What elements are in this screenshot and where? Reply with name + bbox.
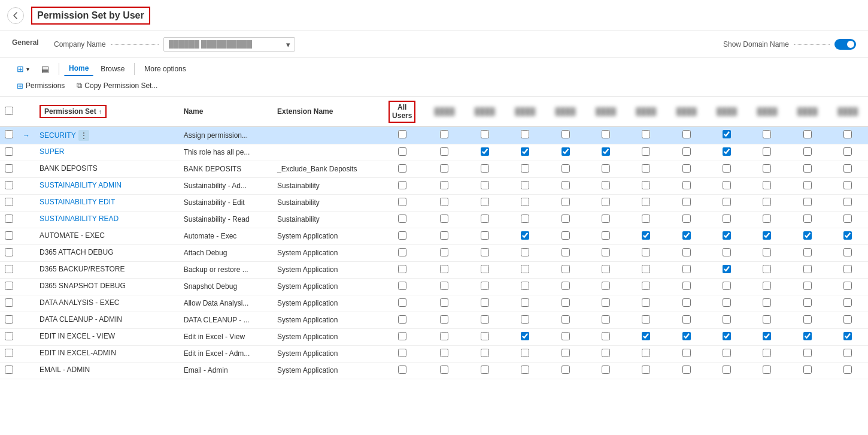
row-checkbox[interactable] [5, 332, 13, 340]
permissions-button[interactable]: ⊞ Permissions [12, 79, 69, 93]
user-6-checkbox[interactable] [642, 265, 650, 273]
tab-home[interactable]: Home [64, 62, 93, 76]
user-9-checkbox[interactable] [763, 164, 771, 173]
user-10-checkbox[interactable] [803, 265, 812, 273]
user-1-checkbox[interactable] [440, 164, 448, 173]
user-4-checkbox[interactable] [562, 282, 570, 290]
user-8-checkbox[interactable] [723, 332, 731, 340]
row-checkbox[interactable] [5, 231, 13, 240]
user-9-checkbox[interactable] [763, 248, 771, 256]
copy-permission-button[interactable]: ⧉ Copy Permission Set... [72, 78, 162, 93]
user-8-checkbox[interactable] [723, 215, 731, 223]
row-checkbox[interactable] [5, 265, 13, 273]
user-11-checkbox[interactable] [843, 198, 852, 206]
user-5-checkbox[interactable] [602, 147, 610, 156]
permission-set-value[interactable]: SUSTAINABILITY ADMIN [40, 181, 122, 189]
user-2-checkbox[interactable] [481, 198, 489, 206]
tab-browse[interactable]: Browse [96, 62, 129, 75]
header-permission-set[interactable]: Permission Set ↑ [35, 97, 179, 126]
user-11-checkbox[interactable] [843, 315, 852, 324]
icon-grid-button[interactable]: ⊞ ▾ [12, 62, 34, 76]
user-1-checkbox[interactable] [440, 181, 448, 189]
user-2-checkbox[interactable] [481, 282, 489, 290]
user-7-checkbox[interactable] [682, 349, 691, 357]
user-5-checkbox[interactable] [602, 198, 610, 206]
user-9-checkbox[interactable] [763, 282, 771, 290]
user-1-checkbox[interactable] [440, 265, 448, 273]
user-6-checkbox[interactable] [642, 332, 650, 340]
user-6-checkbox[interactable] [642, 282, 650, 290]
all-users-checkbox[interactable] [398, 231, 406, 240]
user-8-checkbox[interactable] [723, 265, 731, 273]
user-5-checkbox[interactable] [602, 265, 610, 273]
user-2-checkbox[interactable] [481, 315, 489, 324]
user-10-checkbox[interactable] [803, 215, 812, 223]
user-11-checkbox[interactable] [843, 248, 852, 256]
user-7-checkbox[interactable] [682, 265, 691, 273]
header-name[interactable]: Name [179, 97, 272, 126]
user-1-checkbox[interactable] [440, 215, 448, 223]
user-4-checkbox[interactable] [562, 215, 570, 223]
user-9-checkbox[interactable] [763, 298, 771, 307]
user-3-checkbox[interactable] [521, 349, 529, 357]
user-7-checkbox[interactable] [682, 164, 691, 173]
user-10-checkbox[interactable] [803, 365, 812, 374]
user-8-checkbox[interactable] [723, 349, 731, 357]
all-users-checkbox[interactable] [398, 332, 406, 340]
user-10-checkbox[interactable] [803, 315, 812, 324]
user-8-checkbox[interactable] [723, 298, 731, 307]
row-checkbox[interactable] [5, 198, 13, 206]
permission-set-value[interactable]: SUSTAINABILITY READ [40, 215, 119, 223]
row-checkbox[interactable] [5, 130, 13, 138]
user-3-checkbox[interactable] [521, 282, 529, 290]
user-11-checkbox[interactable] [843, 147, 852, 156]
user-6-checkbox[interactable] [642, 349, 650, 357]
row-checkbox[interactable] [5, 181, 13, 189]
user-1-checkbox[interactable] [440, 231, 448, 240]
user-7-checkbox[interactable] [682, 231, 691, 240]
user-9-checkbox[interactable] [763, 231, 771, 240]
user-2-checkbox[interactable] [481, 298, 489, 307]
user-11-checkbox[interactable] [843, 215, 852, 223]
user-3-checkbox[interactable] [521, 298, 529, 307]
user-3-checkbox[interactable] [521, 130, 529, 138]
row-checkbox[interactable] [5, 248, 13, 256]
row-checkbox[interactable] [5, 349, 13, 357]
user-11-checkbox[interactable] [843, 298, 852, 307]
user-3-checkbox[interactable] [521, 181, 529, 189]
user-6-checkbox[interactable] [642, 231, 650, 240]
user-5-checkbox[interactable] [602, 332, 610, 340]
user-6-checkbox[interactable] [642, 147, 650, 156]
user-2-checkbox[interactable] [481, 265, 489, 273]
permission-set-value[interactable]: SUPER [40, 147, 64, 156]
all-users-checkbox[interactable] [398, 365, 406, 374]
user-1-checkbox[interactable] [440, 130, 448, 138]
user-10-checkbox[interactable] [803, 198, 812, 206]
user-10-checkbox[interactable] [803, 147, 812, 156]
all-users-checkbox[interactable] [398, 215, 406, 223]
user-10-checkbox[interactable] [803, 231, 812, 240]
row-checkbox[interactable] [5, 164, 13, 173]
user-4-checkbox[interactable] [562, 198, 570, 206]
header-extension-name[interactable]: Extension Name [272, 97, 380, 126]
all-users-checkbox[interactable] [398, 130, 406, 138]
user-3-checkbox[interactable] [521, 332, 529, 340]
user-5-checkbox[interactable] [602, 231, 610, 240]
user-8-checkbox[interactable] [723, 130, 731, 138]
user-4-checkbox[interactable] [562, 349, 570, 357]
user-9-checkbox[interactable] [763, 181, 771, 189]
header-all-users[interactable]: All Users [380, 97, 424, 126]
user-7-checkbox[interactable] [682, 215, 691, 223]
user-11-checkbox[interactable] [843, 282, 852, 290]
more-options-button[interactable]: More options [139, 62, 190, 75]
all-users-checkbox[interactable] [398, 349, 406, 357]
user-2-checkbox[interactable] [481, 181, 489, 189]
user-2-checkbox[interactable] [481, 365, 489, 374]
select-all-checkbox[interactable] [5, 107, 13, 115]
user-1-checkbox[interactable] [440, 198, 448, 206]
user-6-checkbox[interactable] [642, 215, 650, 223]
user-4-checkbox[interactable] [562, 130, 570, 138]
user-9-checkbox[interactable] [763, 265, 771, 273]
user-5-checkbox[interactable] [602, 181, 610, 189]
user-8-checkbox[interactable] [723, 282, 731, 290]
